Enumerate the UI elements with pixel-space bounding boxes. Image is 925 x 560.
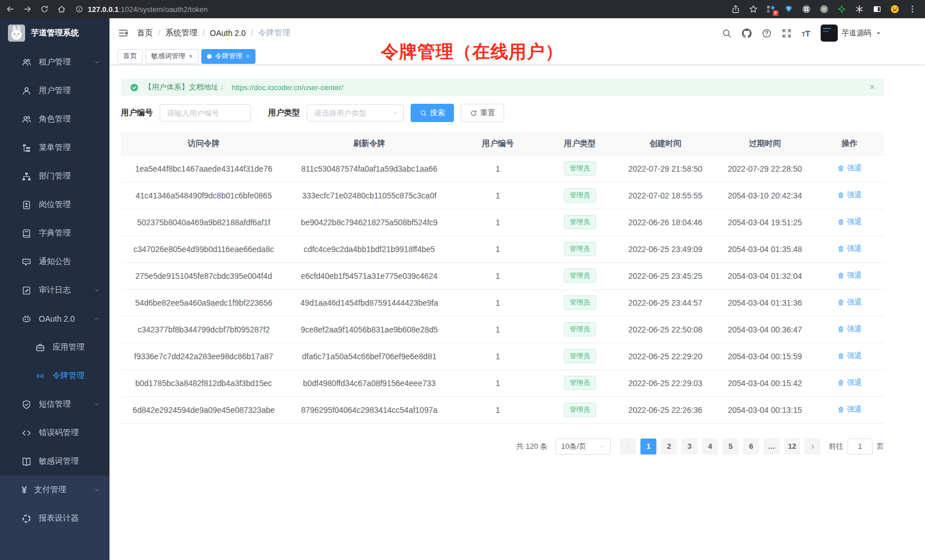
sidebar-item-post[interactable]: 岗位管理: [0, 190, 109, 219]
tab-home[interactable]: 首页: [117, 49, 143, 64]
page-size-select[interactable]: 10条/页: [555, 439, 611, 455]
sidebar-item-notice[interactable]: 通知公告: [0, 247, 109, 276]
prev-page-button[interactable]: [620, 439, 636, 455]
trash-icon: [837, 352, 845, 360]
user-type-cell: 管理员: [543, 396, 616, 423]
sidebar-item-role[interactable]: 角色管理: [0, 105, 109, 133]
sidebar-item-oauth2-token[interactable]: 令牌管理: [0, 362, 109, 390]
alert-close-icon[interactable]: ×: [870, 83, 875, 92]
user-menu[interactable]: 芋道源码: [821, 25, 882, 42]
force-logout-button[interactable]: 强退: [837, 404, 862, 415]
sidebar: 芋道管理系统 租户管理 用户管理 角色管理 菜单管理 部门管理 岗位管理 字典管…: [0, 18, 109, 560]
sidebar-item-audit-log[interactable]: 审计日志: [0, 276, 109, 305]
breadcrumb-item[interactable]: 系统管理: [165, 28, 197, 38]
refresh-token-cell: e6cfd40eb1f54571a31e775e039c4624: [286, 262, 452, 289]
sidebar-item-error-code[interactable]: 错误码管理: [0, 419, 109, 447]
tab-close-icon[interactable]: ×: [246, 53, 250, 60]
search-button[interactable]: 搜索: [411, 104, 454, 122]
sidebar-item-sms[interactable]: 短信管理: [0, 390, 109, 419]
page-ellipsis[interactable]: …: [764, 439, 780, 455]
page-button-2[interactable]: 2: [661, 439, 677, 455]
url-bar[interactable]: 127.0.0.1:1024/system/oauth2/token: [75, 5, 208, 14]
page-button-1[interactable]: 1: [640, 439, 656, 455]
table-row: b0d1785bc3a8482f812db4a3f3bd15ec b0df498…: [121, 370, 884, 396]
breadcrumb-item[interactable]: 首页: [137, 28, 153, 38]
page-button-12[interactable]: 12: [784, 439, 800, 455]
breadcrumb-item[interactable]: OAuth 2.0: [210, 29, 246, 38]
emoji-icon[interactable]: [890, 5, 899, 14]
force-logout-button[interactable]: 强退: [837, 270, 862, 281]
sidebar-item-oauth2-app[interactable]: 应用管理: [0, 333, 109, 362]
created-time-cell: 2022-06-25 23:49:09: [616, 236, 715, 262]
briefcase-icon: [35, 343, 45, 352]
force-logout-button[interactable]: 强退: [837, 163, 862, 173]
record-icon[interactable]: [819, 5, 829, 14]
action-cell: 强退: [816, 370, 884, 396]
next-page-button[interactable]: [805, 439, 821, 455]
doc-link[interactable]: https://doc.iocoder.cn/user-center/: [232, 83, 343, 92]
panel-icon[interactable]: [873, 5, 882, 14]
gem-icon[interactable]: [784, 5, 793, 14]
action-cell: 强退: [816, 209, 884, 236]
page-button-5[interactable]: 5: [723, 439, 739, 455]
user-type-select[interactable]: [307, 104, 404, 121]
github-icon[interactable]: [742, 29, 752, 38]
force-logout-button[interactable]: 强退: [837, 244, 862, 254]
pinwheel-icon[interactable]: [855, 5, 864, 14]
force-logout-button[interactable]: 强退: [837, 297, 862, 307]
fullscreen-icon[interactable]: [782, 29, 792, 38]
back-icon[interactable]: [6, 5, 15, 14]
sidebar-item-tenant[interactable]: 租户管理: [0, 48, 109, 76]
jump-page-input[interactable]: [847, 439, 873, 455]
command-icon[interactable]: [802, 5, 811, 14]
sidebar-item-menu[interactable]: 菜单管理: [0, 133, 109, 162]
page-button-3[interactable]: 3: [681, 439, 697, 455]
page-button-4[interactable]: 4: [702, 439, 718, 455]
force-logout-button[interactable]: 强退: [837, 324, 862, 334]
extensions-icon[interactable]: 9: [766, 5, 776, 14]
app-logo[interactable]: 芋道管理系统: [0, 18, 109, 48]
tab-close-icon[interactable]: ×: [189, 53, 193, 60]
user-id-cell: 1: [452, 316, 544, 343]
font-size-icon[interactable]: TT: [802, 29, 810, 38]
extension-badge: 9: [773, 10, 778, 16]
sidebar-item-dept[interactable]: 部门管理: [0, 162, 109, 190]
chevron-down-icon: [94, 287, 100, 294]
user-type-cell: 管理员: [543, 370, 616, 396]
sidebar-item-dict[interactable]: 字典管理: [0, 219, 109, 247]
force-logout-button[interactable]: 强退: [837, 190, 862, 200]
green-star-icon[interactable]: [837, 5, 846, 14]
browser-nav-buttons: [6, 5, 66, 14]
action-cell: 强退: [816, 262, 884, 289]
sidebar-collapse-icon[interactable]: [117, 27, 129, 39]
reload-icon[interactable]: [40, 5, 49, 14]
user-id-input[interactable]: [160, 104, 251, 121]
sidebar-item-sensitive-word[interactable]: 敏感词管理: [0, 447, 109, 476]
home-icon[interactable]: [57, 5, 66, 14]
reset-button[interactable]: 重置: [461, 104, 504, 122]
sidebar-item-report-designer[interactable]: 报表设计器: [0, 504, 109, 533]
tab-sensitive-word[interactable]: 敏感词管理 ×: [145, 49, 198, 64]
page-button-6[interactable]: 6: [743, 439, 759, 455]
user-id-cell: 1: [452, 209, 544, 236]
access-token-cell: c347026e805e4d99b0d116eae66eda8c: [121, 236, 286, 262]
force-logout-button[interactable]: 强退: [837, 217, 862, 227]
force-logout-button[interactable]: 强退: [837, 378, 862, 388]
user-type-select-input[interactable]: [307, 104, 404, 121]
search-icon[interactable]: [722, 29, 732, 38]
sidebar-item-pay[interactable]: ¥ 支付管理: [0, 476, 109, 504]
sidebar-item-user[interactable]: 用户管理: [0, 76, 109, 105]
caret-down-icon: [875, 30, 882, 36]
page-info-icon[interactable]: [75, 5, 83, 13]
star-icon[interactable]: [749, 5, 758, 14]
forward-icon[interactable]: [23, 5, 32, 14]
tab-token[interactable]: 令牌管理 ×: [201, 49, 255, 64]
share-icon[interactable]: [731, 5, 740, 14]
dictionary-icon: [22, 229, 31, 238]
report-designer-icon: [22, 514, 31, 524]
question-icon[interactable]: [762, 29, 772, 38]
kebab-menu-icon[interactable]: [908, 5, 917, 14]
sidebar-item-oauth2[interactable]: OAuth 2.0: [0, 305, 109, 333]
action-cell: 强退: [816, 289, 884, 316]
force-logout-button[interactable]: 强退: [837, 351, 862, 361]
